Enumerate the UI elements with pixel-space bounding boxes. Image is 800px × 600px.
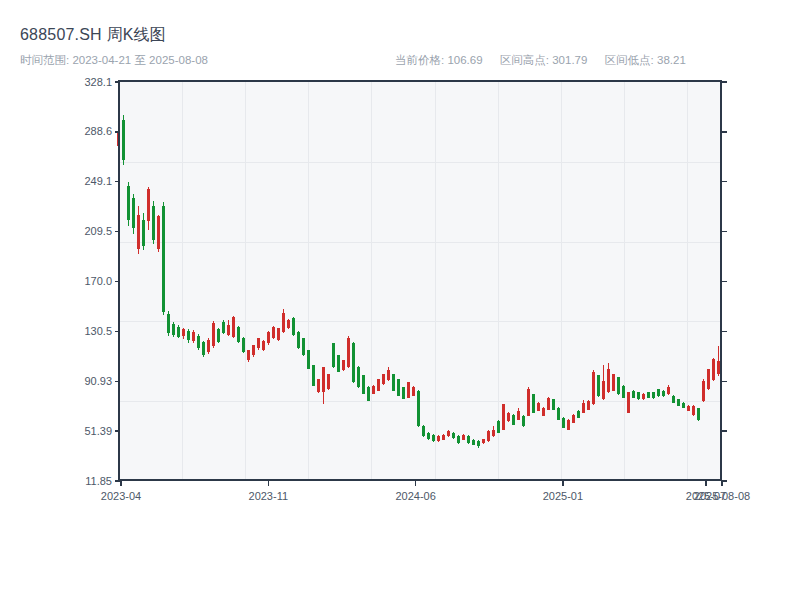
candle-body-up — [267, 332, 270, 343]
time-range: 时间范围: 2023-04-21 至 2025-08-08 — [20, 53, 208, 68]
stat-range-high-value: 301.79 — [552, 54, 587, 66]
time-range-label: 时间范围: — [20, 54, 69, 66]
candle-body-down — [532, 394, 535, 412]
y-axis-tick-mark — [722, 381, 727, 382]
candle-body-down — [637, 392, 640, 399]
candle-body-down — [677, 399, 680, 405]
candle-body-down — [337, 355, 340, 371]
candle-body-up — [262, 341, 265, 350]
candle-body-up — [612, 374, 615, 390]
candle-body-up — [282, 313, 285, 332]
candle-body-up — [287, 320, 290, 328]
candle-body-up — [272, 327, 275, 338]
vertical-gridline — [245, 82, 246, 481]
candle-body-down — [597, 375, 600, 395]
candle-body-down — [657, 389, 660, 395]
horizontal-gridline — [120, 242, 722, 243]
stat-current-price-value: 106.69 — [447, 54, 482, 66]
candle-body-down — [122, 120, 125, 160]
candle-body-down — [292, 318, 295, 335]
candle-body-up — [232, 317, 235, 337]
candle-body-down — [392, 374, 395, 390]
candle-body-up — [692, 406, 695, 415]
candle-body-up — [592, 372, 595, 404]
y-axis-tick-mark — [722, 81, 727, 82]
stat-range-high: 区间高点: 301.79 — [500, 54, 588, 66]
candle-body-up — [207, 340, 210, 353]
candle-body-down — [132, 198, 135, 228]
candle-body-up — [407, 382, 410, 397]
candle-body-down — [187, 331, 190, 340]
candle-body-up — [342, 360, 345, 370]
vertical-gridline — [308, 82, 309, 481]
candle-body-up — [607, 369, 610, 392]
candle-body-down — [397, 379, 400, 395]
candle-body-down — [672, 396, 675, 403]
candle-body-down — [307, 350, 310, 368]
candle-body-up — [462, 435, 465, 440]
candle-body-down — [427, 433, 430, 439]
candle-body-up — [717, 361, 720, 373]
candle-body-up — [157, 216, 160, 249]
candle-body-up — [347, 338, 350, 367]
y-axis-tick-label: 288.6 — [52, 125, 112, 138]
vertical-gridline — [624, 82, 625, 481]
vertical-gridline — [435, 82, 436, 481]
candle-body-up — [182, 329, 185, 337]
x-axis-tick-mark — [268, 481, 269, 486]
y-axis-tick-label: 11.85 — [52, 475, 112, 488]
candle-body-down — [617, 377, 620, 394]
candle-body-down — [697, 408, 700, 420]
candle-body-down — [237, 327, 240, 342]
x-axis-tick-mark — [562, 481, 563, 486]
candle-body-down — [177, 327, 180, 337]
candle-body-up — [537, 403, 540, 411]
y-axis-tick-mark — [722, 231, 727, 232]
candle-body-down — [332, 343, 335, 367]
y-axis-tick-mark — [115, 281, 120, 282]
candle-body-up — [667, 387, 670, 394]
candle-body-up — [387, 370, 390, 380]
horizontal-gridline — [120, 162, 722, 163]
candle-body-up — [322, 367, 325, 392]
candle-body-down — [142, 220, 145, 246]
candle-body-up — [492, 430, 495, 436]
candle-body-up — [587, 401, 590, 410]
candle-body-down — [357, 367, 360, 387]
candle-body-down — [422, 426, 425, 436]
candle-body-up — [572, 415, 575, 423]
x-axis-tick-label: 2025-08-08 — [677, 490, 767, 503]
candle-body-up — [437, 436, 440, 441]
y-axis-tick-label: 170.0 — [52, 275, 112, 288]
y-axis-tick-label: 249.1 — [52, 175, 112, 188]
candle-body-up — [482, 439, 485, 443]
candle-body-down — [512, 415, 515, 425]
candle-body-down — [197, 336, 200, 349]
x-axis-tick-label: 2023-11 — [223, 490, 313, 503]
vertical-gridline — [371, 82, 372, 481]
candle-body-down — [167, 314, 170, 334]
candle-body-down — [647, 392, 650, 397]
candle-body-up — [517, 411, 520, 420]
candle-body-down — [662, 391, 665, 397]
candle-body-down — [152, 206, 155, 241]
candle-body-up — [192, 332, 195, 341]
candle-body-up — [317, 379, 320, 392]
y-axis-tick-label: 209.5 — [52, 225, 112, 238]
candle-body-down — [632, 391, 635, 398]
candle-body-up — [627, 392, 630, 412]
y-axis-tick-label: 51.39 — [52, 425, 112, 438]
candle-body-up — [377, 379, 380, 390]
y-axis-tick-mark — [115, 231, 120, 232]
stat-range-low: 区间低点: 38.21 — [605, 54, 686, 66]
x-axis-tick-mark — [705, 481, 706, 486]
candle-body-down — [652, 392, 655, 398]
candle-body-down — [457, 436, 460, 443]
candle-body-up — [502, 404, 505, 429]
x-axis-tick-mark — [415, 481, 416, 486]
candle-body-up — [542, 408, 545, 416]
candle-body-up — [442, 435, 445, 440]
candle-body-up — [547, 398, 550, 410]
candle-body-down — [497, 421, 500, 433]
plot-area — [120, 82, 722, 481]
